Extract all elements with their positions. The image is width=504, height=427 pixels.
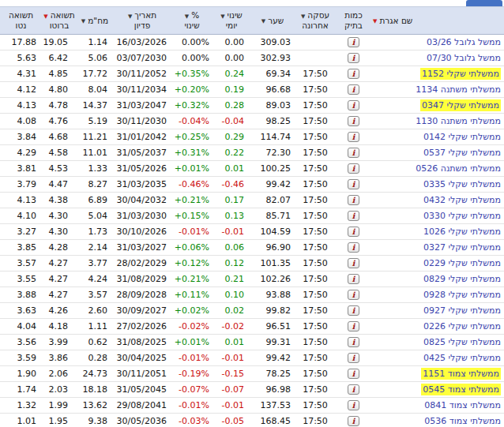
portfolio-info-button[interactable]: i (348, 369, 359, 379)
portfolio-info-button[interactable]: i (348, 305, 359, 316)
bond-name-link[interactable]: ממשלתי צמוד 0841 (424, 400, 501, 410)
sort-arrow-icon[interactable]: ▼ (373, 18, 377, 24)
net-yield-value: 3.56 (17, 337, 37, 347)
sort-arrow-icon[interactable]: ▼ (43, 13, 47, 20)
maturity-date-value: 30/04/2025 (117, 353, 167, 363)
bond-name-link[interactable]: ממשלתי שקלי 1026 (423, 227, 501, 237)
gross-yield-cell: 4.38 (42, 193, 77, 208)
percent-change-cell: -0.01% (171, 350, 213, 366)
bond-name-link[interactable]: ממשלתי שקלי 0537 (423, 148, 501, 158)
table-row: ממשל גלובל 03/26 i 309.03 0.00 0.00% 16/… (0, 35, 504, 51)
duration-cell: 1.73 (77, 224, 113, 240)
bond-name-link[interactable]: ממשלתי צמוד 0536 (424, 416, 501, 426)
daily-change-value: 0.01 (225, 337, 245, 347)
portfolio-info-button[interactable]: i (348, 84, 359, 95)
gross-yield-value: 4.76 (49, 116, 69, 126)
daily-change-value: 0.13 (225, 211, 245, 221)
maturity-date-cell: 31/05/2045 (113, 382, 171, 398)
portfolio-info-button[interactable]: i (348, 211, 359, 221)
bond-name-link[interactable]: ממשלתי שקלי 0226 (423, 321, 501, 331)
column-header[interactable]: שם אגרת ▼ (371, 7, 504, 35)
sort-arrow-icon[interactable]: ▼ (301, 13, 305, 20)
bond-name-link[interactable]: ממשלתי שקלי 0432 (423, 195, 501, 205)
bond-name-cell: ממשלתי משתנה 0526 (371, 161, 504, 177)
bond-name-link[interactable]: ממשלתי משתנה 0526 (416, 163, 501, 174)
duration-value: 2.14 (88, 242, 108, 253)
portfolio-quantity-cell: i (336, 350, 371, 366)
duration-value: 24.73 (83, 369, 108, 379)
duration-value: 5.04 (88, 211, 108, 221)
bonds-page: שם אגרת ▼ כמות בתיק עסקה ▼ אחרונה שער (0, 0, 504, 427)
bond-name-link[interactable]: ממשלתי שקלי 0142 (423, 132, 501, 142)
portfolio-info-button[interactable]: i (348, 242, 359, 253)
column-header[interactable]: כמות בתיק (336, 7, 371, 35)
bond-name-link[interactable]: ממשל גלובל 03/26 (427, 37, 501, 47)
daily-change-cell: 0.28 (213, 98, 250, 114)
bond-name-link[interactable]: ממשלתי שקלי 0330 (423, 211, 501, 221)
table-row: ממשלתי שקלי 0142 i 17:50 114.74 0.29 +0.… (0, 129, 504, 145)
bond-name-link[interactable]: ממשל גלובל 07/30 (427, 53, 501, 63)
column-header[interactable]: שינוי ▼ יומי (213, 7, 250, 35)
column-header[interactable]: % ▼ שינוי (171, 7, 213, 35)
bond-name-link[interactable]: ממשלתי שקלי 0927 (423, 305, 501, 316)
gross-yield-cell: 1.95 (42, 414, 77, 427)
portfolio-info-button[interactable]: i (348, 400, 359, 410)
maturity-date-cell: 31/05/2037 (113, 145, 171, 161)
bond-name-cell: ממשלתי צמוד 0841 (371, 398, 504, 414)
portfolio-info-button[interactable]: i (348, 384, 359, 395)
column-header[interactable]: תשואה נטו (0, 7, 42, 35)
portfolio-info-button[interactable]: i (348, 195, 359, 205)
bond-name-link[interactable]: ממשלתי צמוד 1151 (421, 368, 501, 380)
portfolio-info-button[interactable]: i (348, 100, 359, 110)
column-header[interactable]: תאריך ▼ פדיון (113, 7, 171, 35)
maturity-date-value: 31/01/2042 (117, 132, 167, 142)
bond-name-link[interactable]: ממשלתי משתנה 1130 (416, 116, 501, 126)
info-icon: i (352, 386, 355, 394)
portfolio-info-button[interactable]: i (348, 163, 359, 174)
bond-name-link[interactable]: ממשלתי שקלי 0825 (423, 337, 501, 347)
sort-arrow-icon[interactable]: ▼ (185, 13, 189, 20)
sort-arrow-icon[interactable]: ▼ (220, 13, 224, 20)
portfolio-quantity-cell: i (336, 335, 371, 350)
portfolio-info-button[interactable]: i (348, 227, 359, 237)
portfolio-info-button[interactable]: i (348, 116, 359, 126)
bond-name-link[interactable]: ממשלתי שקלי 0335 (423, 179, 501, 189)
bond-name-link[interactable]: ממשלתי שקלי 0928 (423, 290, 501, 300)
portfolio-info-button[interactable]: i (348, 179, 359, 189)
column-header[interactable]: מח"מ ▼ (77, 7, 113, 35)
column-header[interactable]: שער ▼ (250, 7, 295, 35)
duration-cell: 13.62 (77, 398, 113, 414)
bond-name-link[interactable]: ממשלתי שקלי 1152 (420, 68, 501, 80)
portfolio-info-button[interactable]: i (348, 148, 359, 158)
bond-name-link[interactable]: ממשלתי שקלי 0425 (423, 353, 501, 363)
portfolio-info-button[interactable]: i (348, 53, 359, 63)
bond-name-link[interactable]: ממשלתי שקלי 0829 (423, 274, 501, 284)
portfolio-info-button[interactable]: i (348, 337, 359, 347)
bond-name-link[interactable]: ממשלתי משתנה 1134 (416, 84, 501, 95)
bond-name-link[interactable]: ממשלתי שקלי 0347 (420, 99, 501, 111)
sort-arrow-icon[interactable]: ▼ (261, 18, 265, 24)
column-header[interactable]: עסקה ▼ אחרונה (295, 7, 336, 35)
sort-arrow-icon[interactable]: ▼ (81, 18, 85, 24)
sort-arrow-icon[interactable]: ▼ (128, 13, 132, 20)
gross-yield-cell: 4.76 (42, 114, 77, 129)
duration-value: 13.62 (83, 400, 108, 410)
portfolio-info-button[interactable]: i (348, 37, 359, 47)
bond-name-link[interactable]: ממשלתי שקלי 0327 (423, 242, 501, 253)
net-yield-cell: 3.85 (0, 240, 42, 256)
portfolio-info-button[interactable]: i (348, 290, 359, 300)
portfolio-info-button[interactable]: i (348, 132, 359, 142)
bond-name-link[interactable]: ממשלתי שקלי 0229 (423, 258, 501, 268)
portfolio-info-button[interactable]: i (348, 69, 359, 79)
portfolio-info-button[interactable]: i (348, 353, 359, 363)
last-trade-time-cell: 17:50 (295, 319, 336, 335)
column-header[interactable]: תשואה ▼ ברוטו (42, 7, 77, 35)
portfolio-info-button[interactable]: i (348, 274, 359, 284)
portfolio-info-button[interactable]: i (348, 321, 359, 331)
portfolio-info-button[interactable]: i (348, 258, 359, 268)
gross-yield-value: 4.58 (49, 148, 69, 158)
portfolio-info-button[interactable]: i (348, 416, 359, 426)
top-tab-fragment[interactable] (466, 0, 502, 6)
daily-change-value: 0.17 (225, 195, 245, 205)
bond-name-link[interactable]: ממשלתי צמוד 0545 (421, 384, 501, 395)
